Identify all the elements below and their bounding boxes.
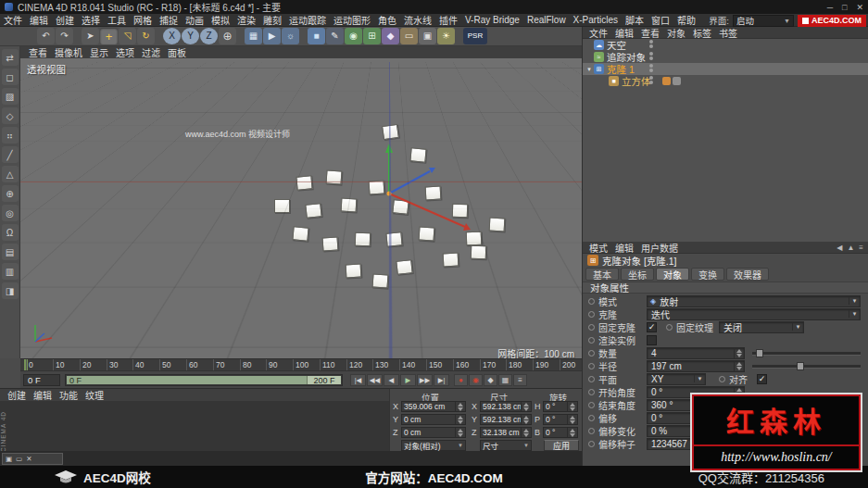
toolbar-button[interactable]: ✎ bbox=[326, 28, 344, 44]
spinner[interactable] bbox=[521, 402, 531, 411]
menu-item[interactable]: X-Particles bbox=[570, 15, 622, 25]
toolbar-button[interactable]: ⊞ bbox=[363, 28, 381, 44]
transport-button[interactable]: |◀ bbox=[350, 374, 366, 386]
attribute-menu-item[interactable]: 编辑 bbox=[611, 241, 637, 255]
spinner[interactable] bbox=[455, 402, 465, 411]
keyframe-circle-icon[interactable] bbox=[588, 441, 595, 447]
apply-button[interactable]: 应用 bbox=[544, 440, 579, 451]
toolbar-button[interactable]: ▣ bbox=[419, 28, 436, 44]
toolbar-button[interactable]: ▦ bbox=[245, 28, 262, 44]
align-checkbox[interactable]: ✓ bbox=[757, 374, 767, 384]
material-menu-item[interactable]: 纹理 bbox=[82, 388, 107, 402]
spinner[interactable] bbox=[567, 428, 577, 437]
rotation-field[interactable]: 0 ° bbox=[543, 427, 578, 438]
attribute-tab[interactable]: 对象 bbox=[656, 268, 689, 281]
radius-field[interactable]: 197 cm bbox=[647, 360, 745, 372]
toolbar-button[interactable]: ↻ bbox=[137, 28, 155, 44]
object-name[interactable]: 立方体 bbox=[622, 74, 651, 88]
transport-button[interactable]: ▶| bbox=[434, 374, 449, 386]
toolbar-button[interactable]: ☀ bbox=[437, 28, 455, 44]
mode-toolbar-button[interactable]: ▤ bbox=[2, 244, 19, 260]
position-field[interactable]: 0 cm bbox=[401, 414, 466, 425]
maximize-button[interactable]: □ bbox=[842, 3, 847, 12]
attribute-menu-item[interactable]: 模式 bbox=[585, 241, 611, 255]
cube-object[interactable] bbox=[325, 169, 342, 184]
attribute-header-icon[interactable]: ≡ bbox=[859, 244, 863, 252]
viewport-canvas[interactable] bbox=[20, 58, 582, 358]
menu-item[interactable]: 雕刻 bbox=[259, 13, 285, 27]
cube-object[interactable] bbox=[443, 253, 459, 268]
coords-size-dropdown[interactable]: 尺寸▼ bbox=[480, 440, 532, 451]
viewport-menu-item[interactable]: 过滤 bbox=[138, 46, 164, 59]
coords-mode-dropdown[interactable]: 对象(相对)▼ bbox=[401, 440, 466, 451]
toolbar-button[interactable]: ↷ bbox=[56, 28, 73, 44]
viewport-menu-item[interactable]: 选项 bbox=[112, 46, 138, 59]
cube-object[interactable] bbox=[296, 175, 312, 190]
visibility-dots[interactable] bbox=[649, 52, 653, 60]
mode-toolbar-button[interactable]: ╱ bbox=[2, 146, 19, 163]
transport-button[interactable]: ▶ bbox=[400, 374, 416, 386]
keyframe-circle-icon[interactable] bbox=[719, 376, 725, 382]
cube-object[interactable] bbox=[346, 264, 362, 279]
tag-icon[interactable] bbox=[673, 41, 681, 49]
visibility-dots[interactable] bbox=[649, 40, 653, 48]
keyframe-circle-icon[interactable] bbox=[588, 389, 595, 395]
mode-toolbar-button[interactable]: △ bbox=[2, 166, 19, 182]
object-manager-menu-item[interactable]: 书签 bbox=[715, 26, 741, 40]
spinner[interactable] bbox=[567, 402, 577, 411]
mode-toolbar-button[interactable]: Ω bbox=[2, 224, 19, 241]
transport-button[interactable]: ▶▶ bbox=[417, 374, 433, 386]
attribute-header-icon[interactable]: ▲ bbox=[847, 244, 854, 252]
tag-icon[interactable] bbox=[673, 77, 681, 85]
keyframe-circle-icon[interactable] bbox=[588, 428, 595, 434]
close-button[interactable]: ✕ bbox=[856, 3, 863, 12]
mode-toolbar-button[interactable]: ▨ bbox=[2, 88, 19, 105]
toolbar-button[interactable]: Y bbox=[182, 28, 199, 44]
toolbar-button[interactable]: X bbox=[163, 28, 181, 44]
cube-object[interactable] bbox=[321, 236, 338, 251]
mode-toolbar-button[interactable]: ◻ bbox=[2, 69, 19, 85]
rotation-field[interactable]: 0 ° bbox=[543, 414, 578, 425]
keyframe-circle-icon[interactable] bbox=[588, 363, 595, 369]
mode-toolbar-button[interactable]: ◨ bbox=[2, 282, 19, 299]
toolbar-button[interactable] bbox=[74, 28, 81, 44]
object-manager-menu-item[interactable]: 标签 bbox=[689, 26, 715, 40]
attribute-header-icon[interactable]: ◀ bbox=[837, 244, 842, 252]
toolbar-button[interactable]: + bbox=[100, 28, 118, 44]
toolbar-button[interactable] bbox=[156, 28, 162, 44]
toolbar-button[interactable]: ↶ bbox=[37, 28, 55, 44]
toolbar-button[interactable] bbox=[300, 28, 307, 44]
menu-item[interactable]: 运动图形 bbox=[330, 13, 374, 27]
menu-item[interactable]: 运动跟踪 bbox=[285, 13, 330, 27]
spinner[interactable] bbox=[734, 348, 744, 358]
menu-item[interactable]: 流水线 bbox=[400, 13, 435, 27]
preview-range-track[interactable]: 0 F 200 F bbox=[65, 374, 343, 386]
tag-icon[interactable] bbox=[662, 41, 671, 49]
keyframe-circle-icon[interactable] bbox=[588, 376, 595, 382]
spinner[interactable] bbox=[455, 415, 465, 424]
toolbar-button[interactable]: ▶ bbox=[263, 28, 281, 44]
attribute-tab[interactable]: 基本 bbox=[585, 268, 619, 281]
tag-icon[interactable] bbox=[662, 53, 671, 61]
object-manager[interactable]: ☁ 天空 ≈ 追踪对象 bbox=[583, 39, 868, 242]
cube-object[interactable] bbox=[396, 259, 412, 275]
toolbar-button[interactable]: ◆ bbox=[382, 28, 399, 44]
cube-object[interactable] bbox=[371, 273, 388, 288]
viewport-menu-item[interactable]: 显示 bbox=[86, 46, 112, 59]
spinner[interactable] bbox=[521, 428, 531, 437]
toolbar-button[interactable] bbox=[237, 28, 244, 44]
toolbar-button[interactable]: ⊕ bbox=[219, 28, 236, 44]
material-menu-item[interactable]: 编辑 bbox=[30, 388, 56, 402]
mode-toolbar-button[interactable]: ⊕ bbox=[2, 185, 19, 202]
menu-item[interactable]: 编辑 bbox=[26, 13, 52, 27]
viewport-menu-item[interactable]: 摄像机 bbox=[51, 46, 86, 59]
cube-object[interactable] bbox=[355, 232, 371, 247]
attribute-tab[interactable]: 效果器 bbox=[726, 268, 769, 281]
expand-arrow-icon[interactable]: ▾ bbox=[585, 66, 594, 73]
record-button[interactable]: ≡ bbox=[513, 374, 527, 386]
material-menu-item[interactable]: 功能 bbox=[56, 388, 82, 402]
tag-icon[interactable] bbox=[673, 53, 681, 61]
spinner[interactable] bbox=[734, 361, 744, 371]
fix-clone-checkbox[interactable]: ✓ bbox=[647, 322, 657, 332]
mode-toolbar-button[interactable]: ▥ bbox=[2, 263, 19, 280]
